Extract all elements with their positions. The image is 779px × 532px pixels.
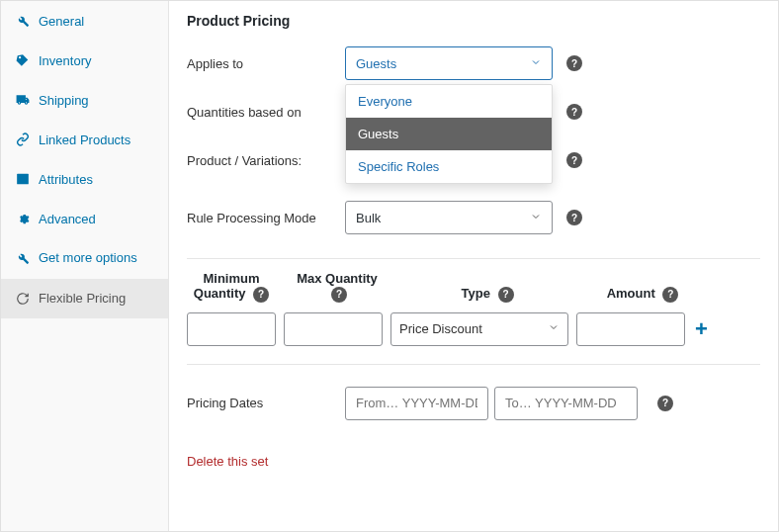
wrench-icon (15, 13, 31, 29)
sidebar-item-getmore[interactable]: Get more options (1, 238, 168, 279)
rule-mode-label: Rule Processing Mode (187, 211, 345, 225)
label: Linked Products (39, 133, 130, 147)
th-max: Max Quantity ? (288, 271, 387, 303)
sidebar-item-inventory[interactable]: Inventory (1, 41, 168, 80)
date-to-input[interactable] (494, 387, 638, 420)
applies-to-select[interactable]: Guests (345, 46, 553, 80)
wrench-icon (15, 250, 31, 266)
th-type: Type ? (398, 286, 576, 303)
min-quantity-input[interactable] (187, 312, 276, 346)
label: General (39, 14, 84, 29)
sidebar-item-linked[interactable]: Linked Products (1, 120, 168, 159)
max-quantity-input[interactable] (284, 312, 383, 346)
label: Flexible Pricing (39, 291, 126, 306)
amount-input[interactable] (576, 312, 685, 346)
select-value: Bulk (356, 211, 381, 225)
dropdown-item-roles[interactable]: Specific Roles (346, 150, 552, 183)
help-icon[interactable]: ? (657, 396, 673, 411)
gear-icon (15, 211, 31, 226)
main-panel: Product Pricing Applies to Guests Everyo… (169, 1, 778, 531)
type-select[interactable]: Price Discount (390, 312, 568, 346)
chevron-down-icon (530, 56, 542, 71)
label: Inventory (39, 53, 91, 68)
select-value: Price Discount (399, 321, 482, 336)
page-title: Product Pricing (187, 13, 760, 29)
help-icon[interactable]: ? (566, 104, 582, 120)
label: Attributes (39, 172, 93, 187)
help-icon[interactable]: ? (566, 210, 582, 225)
sidebar: General Inventory Shipping Linked Produc… (1, 1, 169, 531)
help-icon[interactable]: ? (566, 55, 582, 71)
layout-icon (15, 171, 31, 187)
pricing-table: Minimum Quantity ? Max Quantity ? Type ?… (187, 258, 760, 365)
chevron-down-icon (530, 211, 542, 225)
quantities-label: Quantities based on (187, 105, 345, 120)
add-row-button[interactable]: + (695, 316, 708, 342)
truck-icon (15, 92, 31, 108)
sidebar-item-general[interactable]: General (1, 1, 168, 41)
rule-mode-select[interactable]: Bulk (345, 201, 553, 234)
applies-to-dropdown: Everyone Guests Specific Roles (345, 84, 553, 184)
refresh-icon (15, 291, 31, 307)
svg-rect-0 (17, 174, 29, 185)
applies-to-label: Applies to (187, 56, 345, 71)
th-min: Minimum Quantity ? (187, 271, 276, 303)
delete-set-link[interactable]: Delete this set (187, 454, 760, 469)
dropdown-item-guests[interactable]: Guests (346, 118, 552, 150)
dropdown-item-everyone[interactable]: Everyone (346, 85, 552, 118)
help-icon[interactable]: ? (566, 152, 582, 168)
dates-label: Pricing Dates (187, 396, 345, 410)
select-value: Guests (356, 56, 396, 71)
sidebar-item-shipping[interactable]: Shipping (1, 80, 168, 120)
link-icon (15, 132, 31, 147)
label: Get more options (39, 250, 137, 267)
help-icon[interactable]: ? (662, 287, 678, 303)
label: Shipping (39, 93, 89, 108)
sidebar-item-advanced[interactable]: Advanced (1, 199, 168, 238)
sidebar-item-pricing[interactable]: Flexible Pricing (1, 279, 168, 318)
help-icon[interactable]: ? (331, 287, 347, 303)
tag-icon (15, 52, 31, 68)
date-from-input[interactable] (345, 387, 488, 420)
th-amount: Amount ? (588, 286, 697, 303)
sidebar-item-attributes[interactable]: Attributes (1, 159, 168, 199)
help-icon[interactable]: ? (253, 287, 269, 303)
chevron-down-icon (548, 321, 560, 336)
label: Advanced (39, 212, 96, 226)
help-icon[interactable]: ? (498, 287, 514, 303)
product-var-label: Product / Variations: (187, 153, 345, 168)
